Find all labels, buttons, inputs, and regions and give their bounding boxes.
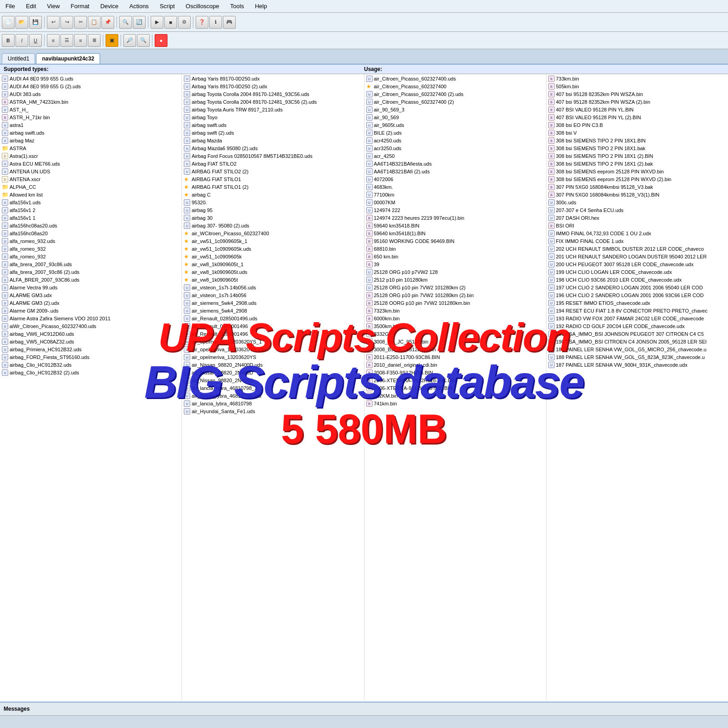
cut-button[interactable]: ✂	[74, 16, 87, 29]
new-button[interactable]: 📄	[2, 16, 15, 29]
list-item[interactable]: Ualfa156hc08as20	[0, 229, 182, 237]
list-item[interactable]: U199 UCH CLIO LOGAN LER CODE_chavecode.u…	[546, 268, 728, 276]
list-item[interactable]: Uair_Hyundai_Santa_Fe1.uds	[182, 407, 364, 415]
list-item[interactable]: Uairbag swift.uds	[0, 129, 182, 136]
list-item[interactable]: UALARME GM3 (2).udx	[0, 299, 182, 307]
list-item[interactable]: U95320.	[182, 198, 364, 206]
list-item[interactable]: Uair_visteon_1s7t-14b056.uds	[182, 283, 364, 291]
list-item[interactable]: Uair_Citroen_Picasso_602327400 (2).uds	[364, 90, 546, 98]
list-item[interactable]: B307 PIN 5XG0 168084kmbsi 95128_V3(1).BI…	[546, 191, 728, 198]
list-item[interactable]: B308 bsi SIEMENS TIPO 2 PIN 18X1 (2).BIN	[546, 152, 728, 160]
menu-format[interactable]: Format	[69, 2, 91, 10]
list-item[interactable]: UAST_H_	[0, 106, 182, 113]
list-item[interactable]: Uair_siemens_5wk4_2908.uds	[182, 299, 364, 307]
list-item[interactable]: B3008_Bsi_JC_95128.bin	[364, 338, 546, 345]
menu-file[interactable]: File	[4, 2, 17, 10]
list-item[interactable]: UAirbag Mazda6 95080 (2).uds	[182, 144, 364, 152]
list-item[interactable]: BASTRA_HM_74231km.bin	[0, 98, 182, 106]
list-item[interactable]: B59640 km35418.BIN	[364, 222, 546, 229]
list-item[interactable]: UAlarme Astra Zafira Siemens VDO 2010 20…	[0, 314, 182, 322]
list-item[interactable]: Uairbag_FORD_Fiesta_ST95160.uds	[0, 353, 182, 361]
list-item[interactable]: UAA6T14B321BAfiesta.uds	[364, 160, 546, 167]
list-item[interactable]: Uacr4250.uds	[364, 136, 546, 144]
list-item[interactable]: U195 RESET IMMO ETIOS_chavecode.udx	[546, 299, 728, 307]
list-item[interactable]: Uair_Nissan_98820_2N400D	[182, 369, 364, 376]
list-item[interactable]: ★air_vw51_1c0909605k_1	[182, 237, 364, 245]
list-item[interactable]: B407 bsi 95128 82352km PIN WSZA.bin	[546, 90, 728, 98]
menu-view[interactable]: View	[45, 2, 61, 10]
list-item[interactable]: B308 bsi SIEMENS TIPO 2 PIN 18X1.bak	[546, 144, 728, 152]
list-item[interactable]: Uastra1	[0, 121, 182, 129]
list-item[interactable]: Uacr3250.uds	[364, 144, 546, 152]
list-item[interactable]: Ualfa156v1 1	[0, 214, 182, 222]
list-item[interactable]: Ualfa_brera_2007_93c86.uds	[0, 260, 182, 268]
list-item[interactable]: ★air_vw8_1k0909605t_1	[182, 260, 364, 268]
list-item[interactable]: U207 DASH ORI.hex	[546, 214, 728, 222]
menu-edit[interactable]: Edit	[24, 2, 38, 10]
list-item[interactable]: UIMMO FINAL 04,732,93 CODE 1 OU 2.udx	[546, 229, 728, 237]
list-item[interactable]: Uairbag 95	[182, 206, 364, 214]
list-item[interactable]: 📁ALPHA_CC	[0, 183, 182, 191]
list-item[interactable]: UAirbag Ford Focus 0285010567 8M5T14B321…	[182, 152, 364, 160]
list-item[interactable]: B832KM.bin	[364, 392, 546, 399]
run-button[interactable]: ▶	[151, 16, 163, 29]
list-item[interactable]: Uair_Citroen_Picasso_602327400.uds	[364, 75, 546, 82]
list-item[interactable]: B59640 km35418(1).BIN	[364, 229, 546, 237]
list-item[interactable]: B68810.bin	[364, 245, 546, 253]
list-item[interactable]: B39	[364, 260, 546, 268]
list-item[interactable]: 📁Allowed km list	[0, 191, 182, 198]
list-item[interactable]: U196 UCH CLIO 2 SANDERO LOGAN 2001 2006 …	[546, 291, 728, 299]
list-item[interactable]: Uairbag Toyota Corolla 2004 89170-12481_…	[182, 98, 364, 106]
list-item[interactable]: B307 PIN 5XG0 168084kmbsi 95128_V3.bak	[546, 183, 728, 191]
list-item[interactable]: U197 UCH CLIO 2 SANDERO LOGAN 2001 2006 …	[546, 283, 728, 291]
list-item[interactable]: B7323km.bin	[364, 307, 546, 314]
list-item[interactable]: UFIX IMMO FINAL CODE 1.udx	[546, 237, 728, 245]
list-item[interactable]: UaiWr_Citroen_Picasso_602327400.uds	[0, 322, 182, 330]
list-item[interactable]: Uairbag_Clio_HC912B32 (2).uds	[0, 369, 182, 376]
list-item[interactable]: U188 PAINEL LER SENHA VW_GOL_G5_823A_823…	[546, 353, 728, 361]
list-item[interactable]: Uair_opelmeriva_13203620YS.uds	[182, 345, 364, 353]
list-item[interactable]: Uair_siemens_5wk4_2908	[182, 307, 364, 314]
insert-button[interactable]: ▣	[106, 34, 118, 47]
list-item[interactable]: B6000km.bin	[364, 314, 546, 322]
list-item[interactable]: Uair_Citroen_Picasso_602327400 (2)	[364, 98, 546, 106]
list-item[interactable]: Uairbag_VW6_HC912D60.uds	[0, 330, 182, 338]
list-item[interactable]: B407 bsi 95128 82352km PIN WSZA (2).bin	[546, 98, 728, 106]
list-item[interactable]: B308 bsi SIEMENS eeprom 25128 PIN WXVD.b…	[546, 167, 728, 175]
list-item[interactable]: UAIRBAG FIAT STILO2 (2)	[182, 167, 364, 175]
list-item[interactable]: B2006-XTERRA-9S12H128-99K.BIN	[364, 384, 546, 392]
list-item[interactable]: Ualfa_romeo_932.uds	[0, 237, 182, 245]
list-item[interactable]: UALFA_BRER_2007_93C86.uds	[0, 276, 182, 283]
list-item[interactable]: Uairbag Toyota Auris TRW 8917_2110.uds	[182, 106, 364, 113]
zoom-out-button[interactable]: 🔍	[137, 34, 150, 47]
list-item[interactable]: B505km.bin	[546, 82, 728, 90]
list-item[interactable]: U25128 ORG p10 pin 7VW2 101280km (2)	[364, 283, 546, 291]
list-item[interactable]: UALARME GM3.udx	[0, 291, 182, 299]
list-item[interactable]: B308 bsi SIEMENS TIPO 2 PIN 18X1 (2).bak	[546, 160, 728, 167]
list-item[interactable]: U77100km	[364, 191, 546, 198]
align-left-button[interactable]: ≡	[47, 34, 60, 47]
list-item[interactable]: B2006-XTERRRA-9S12H128-99K.BIN	[364, 376, 546, 384]
list-item[interactable]: B2011-E250-11700-93C86.BIN	[364, 353, 546, 361]
list-item[interactable]: U187 PAINEL LER SENHA VW_900H_931K_chave…	[546, 361, 728, 369]
list-item[interactable]: U207-307 e C4 Senha ECU.uds	[546, 206, 728, 214]
list-item[interactable]: Ualfa156v1 2	[0, 206, 182, 214]
list-item[interactable]: U202 UCH RENAULT SIMBOL DUSTER 2012 LER …	[546, 245, 728, 253]
list-item[interactable]: ★AIRBAG FIAT STILO1	[182, 175, 364, 183]
list-item[interactable]: Uair_lancia_lybra_46810798_2	[182, 384, 364, 392]
list-item[interactable]: U201 UCH RENAULT SANDERO LOGAN DUSTER 95…	[546, 253, 728, 260]
list-item[interactable]: B3500km.bin	[364, 322, 546, 330]
list-item[interactable]: Ualfa_romeo_932	[0, 245, 182, 253]
italic-button[interactable]: I	[15, 34, 28, 47]
tab-naviblaupunkt[interactable]: naviblaupunkt24c32	[36, 53, 100, 64]
list-item[interactable]: Uair_90_569	[364, 113, 546, 121]
list-item[interactable]: U00007KM	[364, 198, 546, 206]
list-item[interactable]: Ualfa156hc08as20.uds	[0, 222, 182, 229]
list-item[interactable]: Uair_lancia_lybra_46810798.uds	[182, 392, 364, 399]
list-item[interactable]: U189 PAINEL LER SENHA VW_GOL_G5_MICRO_25…	[546, 345, 728, 353]
list-item[interactable]: B25128 OORG p10 pin 7VW2 101280km.bin	[364, 299, 546, 307]
menu-oscilloscope[interactable]: Oscilloscope	[184, 2, 221, 10]
list-item[interactable]: Ualfa156v1.uds	[0, 198, 182, 206]
list-item[interactable]: BASTR_H_71kr bin	[0, 113, 182, 121]
list-item[interactable]: ★AIRBAG FIAT STILO1 (2)	[182, 183, 364, 191]
